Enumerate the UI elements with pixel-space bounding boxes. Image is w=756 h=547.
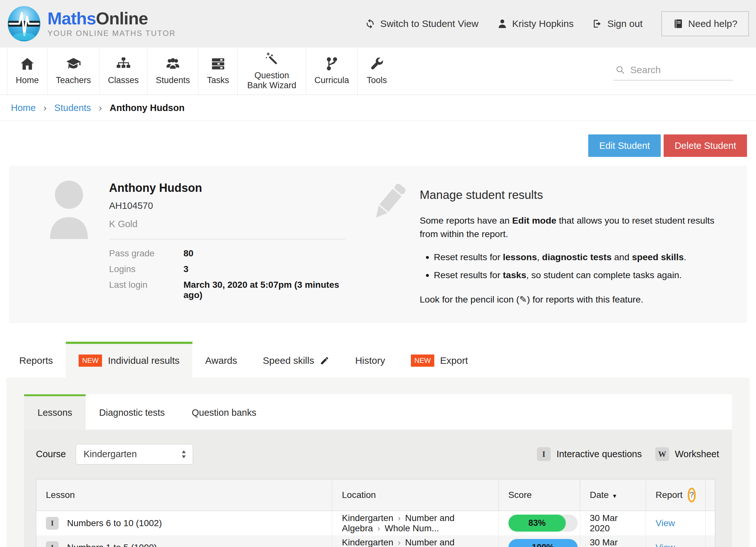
manage-results-footer: Look for the pencil icon (✎) for reports… — [420, 293, 732, 306]
nav-item-tools[interactable]: Tools — [357, 47, 396, 95]
code-branch-icon — [324, 56, 339, 71]
chevron-right-icon: › — [393, 513, 405, 523]
nav-item-classes[interactable]: Classes — [99, 47, 147, 95]
nav-label: Home — [16, 75, 39, 85]
subtab-question-banks[interactable]: Question banks — [178, 394, 270, 430]
user-menu[interactable]: Kristy Hopkins — [497, 18, 574, 29]
tab-export[interactable]: NEW Export — [398, 342, 481, 378]
detail-value: 3 — [183, 264, 189, 274]
avatar — [44, 179, 94, 239]
legend-interactive-questions: I Interactive questions — [537, 447, 642, 461]
student-class: K Gold — [109, 219, 345, 229]
main-nav: Home Teachers Classes Students Tasks Que… — [0, 47, 756, 95]
tab-label: Individual results — [108, 355, 179, 366]
individual-results-panel: Lessons Diagnostic tests Question banks … — [6, 378, 750, 547]
score-fill: 83% — [508, 515, 566, 532]
nav-item-home[interactable]: Home — [7, 47, 47, 95]
nav-label: Classes — [108, 75, 139, 85]
score-value: 83% — [528, 518, 546, 528]
report-help-icon[interactable]: ? — [688, 488, 696, 502]
refresh-icon — [365, 19, 375, 29]
tab-label: History — [355, 355, 385, 366]
detail-label: Logins — [109, 264, 183, 274]
lesson-name: Numbers 6 to 10 (1002) — [67, 518, 162, 528]
detail-pass-grade: Pass grade 80 — [109, 248, 345, 259]
location-part: Kindergarten — [342, 513, 393, 523]
search-input[interactable] — [630, 64, 731, 75]
tab-speed-skills[interactable]: Speed skills — [250, 342, 342, 378]
score-bar: 100% — [508, 539, 578, 547]
tab-awards[interactable]: Awards — [192, 342, 250, 378]
breadcrumb-current: Anthony Hudson — [110, 103, 185, 113]
view-report-link[interactable]: View — [656, 518, 675, 528]
breadcrumb-separator: › — [99, 102, 102, 113]
brand-maths: Maths — [47, 9, 96, 28]
tab-individual-results[interactable]: NEW Individual results — [66, 342, 192, 378]
search-icon — [616, 65, 625, 75]
graduation-cap-icon — [66, 56, 81, 71]
breadcrumb-separator: › — [43, 102, 47, 113]
switch-to-student-view-link[interactable]: Switch to Student View — [365, 18, 478, 29]
breadcrumb-students[interactable]: Students — [54, 103, 91, 113]
course-label: Course — [36, 449, 66, 459]
date-header-label: Date — [590, 490, 609, 500]
tasks-icon — [211, 56, 225, 71]
score-bar: 83% — [508, 515, 578, 532]
column-header-spacer — [706, 479, 715, 511]
chevron-right-icon: › — [373, 524, 385, 533]
detail-value: 80 — [183, 248, 193, 259]
sign-out-link[interactable]: Sign out — [592, 18, 642, 29]
location-part: Whole Num... — [385, 523, 439, 533]
interactive-badge: I — [537, 447, 551, 461]
manage-results-title: Manage student results — [420, 186, 732, 204]
edit-student-button[interactable]: Edit Student — [588, 134, 661, 157]
legend: I Interactive questions W Worksheet — [537, 447, 719, 461]
lesson-date: 30 Mar 2020 — [580, 511, 646, 535]
student-actions: Edit Student Delete Student — [0, 121, 756, 166]
nav-item-teachers[interactable]: Teachers — [47, 47, 99, 95]
nav-item-question-bank-wizard[interactable]: Question Bank Wizard — [237, 47, 306, 95]
brand-online: Online — [96, 9, 148, 28]
need-help-button[interactable]: Need help? — [661, 11, 749, 36]
report-header-label: Report — [656, 490, 683, 500]
location-part: Kindergarten — [342, 537, 393, 547]
nav-label: Question Bank Wizard — [246, 71, 297, 90]
nav-label: Tools — [367, 75, 387, 85]
nav-item-tasks[interactable]: Tasks — [198, 47, 237, 95]
header-links: Switch to Student View Kristy Hopkins Si… — [365, 11, 749, 36]
nav-label: Curricula — [314, 75, 349, 85]
nav-item-curricula[interactable]: Curricula — [306, 47, 357, 95]
view-report-link[interactable]: View — [656, 543, 675, 547]
student-info: Anthony Hudson AH104570 K Gold Pass grad… — [24, 179, 371, 306]
column-header-lesson[interactable]: Lesson — [36, 479, 332, 511]
app-logo[interactable]: MathsOnline YOUR ONLINE MATHS TUTOR — [7, 6, 176, 42]
nav-label: Students — [156, 75, 190, 85]
legend-worksheet: W Worksheet — [655, 447, 719, 461]
table-header-row: Lesson Location Score Date▼ Report ? — [36, 479, 715, 511]
nav-item-students[interactable]: Students — [147, 47, 199, 95]
column-header-score[interactable]: Score — [498, 479, 580, 511]
nav-label: Tasks — [207, 75, 229, 85]
tab-history[interactable]: History — [342, 342, 398, 378]
subtab-lessons[interactable]: Lessons — [24, 394, 86, 430]
search-box[interactable] — [614, 62, 733, 81]
subtab-diagnostic-tests[interactable]: Diagnostic tests — [86, 394, 178, 430]
manage-results-intro: Some reports have an Edit mode that allo… — [420, 214, 732, 241]
users-icon — [166, 56, 180, 71]
app-header: MathsOnline YOUR ONLINE MATHS TUTOR Swit… — [0, 0, 756, 47]
student-summary-panel: Anthony Hudson AH104570 K Gold Pass grad… — [9, 166, 747, 323]
tab-reports[interactable]: Reports — [6, 342, 66, 378]
divider — [109, 239, 345, 239]
manage-bullet-1: Reset results for lessons, diagnostic te… — [434, 250, 732, 264]
tab-label: Export — [440, 355, 468, 366]
column-header-location[interactable]: Location — [332, 479, 499, 511]
manage-bullet-2: Reset results for tasks, so student can … — [434, 268, 732, 282]
breadcrumb-home[interactable]: Home — [11, 103, 36, 113]
breadcrumb: Home › Students › Anthony Hudson — [0, 95, 756, 121]
course-select[interactable]: Kindergarten — [76, 444, 193, 465]
detail-logins: Logins 3 — [109, 264, 345, 274]
column-header-date[interactable]: Date▼ — [580, 479, 646, 511]
sitemap-icon — [116, 56, 131, 71]
delete-student-button[interactable]: Delete Student — [664, 134, 747, 157]
student-id: AH104570 — [109, 201, 345, 211]
